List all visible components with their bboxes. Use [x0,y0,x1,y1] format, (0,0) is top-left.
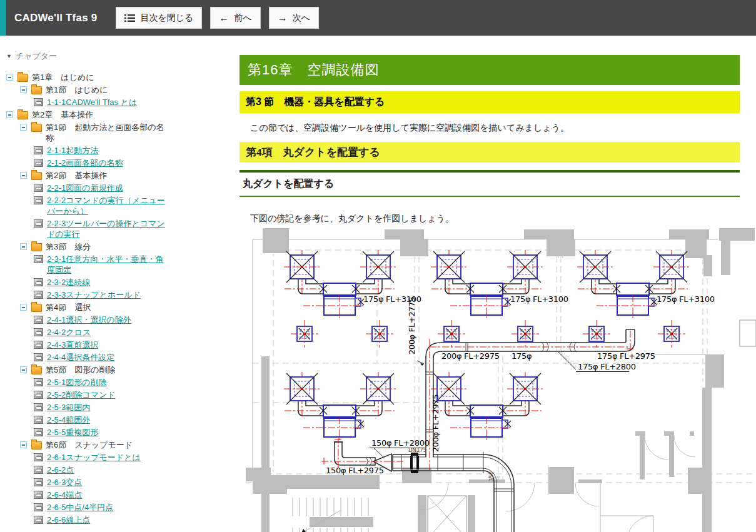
tree-page-item[interactable]: 2-1-2画面各部の名称 [6,158,166,168]
tree-link[interactable]: 2-6-1スナップモードとは [47,452,141,463]
tree-page-item[interactable]: 2-6-3交点 [6,477,166,488]
tree-folder-item[interactable]: 第1節 はじめに [6,84,166,95]
tree-page-item[interactable]: 2-3-1任意方向・水平・垂直・角度固定 [6,254,166,275]
tree-page-item[interactable]: 2-3-2連続線 [6,277,166,288]
page-icon [34,98,43,106]
page-icon [34,378,43,386]
collapse-toggle-icon[interactable] [6,74,13,81]
chapter-panel-label: チャプター [16,51,57,62]
tree-page-item[interactable]: 2-2-1図面の新規作成 [6,183,166,193]
tree-page-item[interactable]: 2-5-1図形の削除 [6,377,166,388]
collapse-toggle-icon[interactable] [20,366,27,373]
tree-link[interactable]: 2-5-3範囲内 [47,402,90,413]
tree-page-item[interactable]: 2-6-1スナップモードとは [6,452,166,463]
page-icon [34,353,43,361]
tree-page-item[interactable]: 2-3-3スナップとホールド [6,289,166,300]
tree-link[interactable]: 2-1-1起動方法 [47,145,98,156]
tree-page-item[interactable]: 2-4-1選択・選択の除外 [6,314,166,325]
cad-floorplan-svg: 175φ FL+3100175φ FL+3100175φ FL+3100200φ… [239,228,756,532]
tree-page-item[interactable]: 2-5-4範囲外 [6,414,166,425]
tree-page-item[interactable]: 2-6-6線上点 [6,514,166,525]
close-toc-label: 目次を閉じる [140,13,193,24]
page-icon [34,196,43,204]
tree-page-item[interactable]: 2-6-2点 [6,464,166,475]
page-icon [34,316,43,324]
tree-link[interactable]: 2-6-2点 [47,464,74,475]
duct-label: 175φ FL+3100 [657,294,715,304]
tree-page-item[interactable]: 2-4-4選択条件設定 [6,352,166,363]
intro-text: この節では、空調設備ツールを使用して実際に空調設備図を描いてみましょう。 [250,123,740,134]
tree-link[interactable]: 2-6-4端点 [47,489,82,500]
tree-link[interactable]: 1-1-1CADWe'll Tfas とは [47,97,137,108]
tree-folder-item[interactable]: 第1章 はじめに [6,72,166,83]
tree-folder-item[interactable]: 第2節 基本操作 [6,170,166,181]
tree-link[interactable]: 2-3-2連続線 [47,277,90,288]
tree-link[interactable]: 2-6-3交点 [47,477,82,488]
duct-label: 150φ FL+2975 [326,466,384,475]
arrow-left-icon: ← [219,13,229,23]
tree-page-item[interactable]: 2-6-4端点 [6,489,166,500]
collapse-toggle-icon[interactable] [6,111,13,118]
tree-folder-item[interactable]: 第6節 スナップモード [6,439,166,450]
tree-link[interactable]: 2-6-6線上点 [47,514,90,525]
duct-label: 200φ FL+2775 [407,297,416,355]
collapse-toggle-icon[interactable] [20,243,27,250]
folder-icon [31,124,42,132]
page-icon [34,403,43,411]
page-icon [34,491,43,499]
tree-page-item[interactable]: 2-4-3直前選択 [6,339,166,350]
tree-page-item[interactable]: 2-4-2クロス [6,327,166,338]
section-heading: 第3 節 機器・器具を配置する [239,91,740,113]
tree-link[interactable]: 2-2-3ツールバーの操作とコマンドの実行 [47,218,166,239]
prev-button[interactable]: ← 前へ [210,7,260,29]
folder-icon [31,86,42,94]
tree-link[interactable]: 2-6-5中点/4半円点 [47,502,113,513]
tree-folder-item[interactable]: 第5節 図形の削除 [6,364,166,375]
page-icon [34,219,43,228]
page-icon [34,328,43,336]
tree-link[interactable]: 2-2-2コマンドの実行（メニューバーから） [47,195,166,216]
collapse-toggle-icon[interactable] [20,304,27,311]
tree-page-item[interactable]: 2-2-3ツールバーの操作とコマンドの実行 [6,218,166,239]
tree-folder-item[interactable]: 第4節 選択 [6,302,166,313]
tree-page-item[interactable]: 1-1-1CADWe'll Tfas とは [6,97,166,108]
tree-page-item[interactable]: 2-5-2削除コマンド [6,389,166,400]
tree-link[interactable]: 2-5-1図形の削除 [47,377,107,388]
page-icon [34,341,43,349]
tree-link[interactable]: 2-5-2削除コマンド [47,389,116,400]
body-text: 下図の傍記を参考に、丸ダクトを作図しましょう。 [250,213,740,224]
tree-link[interactable]: 2-4-3直前選択 [47,339,98,350]
close-toc-button[interactable]: 目次を閉じる [116,7,202,29]
tree-link[interactable]: 2-4-4選択条件設定 [47,352,114,363]
tree-page-item[interactable]: 2-2-2コマンドの実行（メニューバーから） [6,195,166,216]
tree-folder-item[interactable]: 第2章 基本操作 [6,109,166,120]
collapse-toggle-icon[interactable] [20,172,27,179]
next-button[interactable]: → 次へ [269,7,319,29]
duct-label: 200φ FL+2975 [431,394,440,453]
tree-link[interactable]: 2-5-4範囲外 [47,414,90,425]
tree-link[interactable]: 2-5-5重複図形 [47,427,98,438]
tree-link[interactable]: 2-1-2画面各部の名称 [47,158,123,168]
duct-layout-drawing: 175φ FL+3100175φ FL+3100175φ FL+3100200φ… [239,228,756,532]
tree-page-item[interactable]: 2-1-1起動方法 [6,145,166,156]
top-toolbar: CADWe'll Tfas 9 目次を閉じる ← 前へ → 次へ [0,0,756,36]
collapse-toggle-icon[interactable] [20,86,27,93]
tree-page-item[interactable]: 2-6-5中点/4半円点 [6,502,166,513]
duct-label: 150φ FL+2800 [371,438,430,448]
prev-label: 前へ [234,13,251,24]
tree-link[interactable]: 2-2-1図面の新規作成 [47,183,123,193]
duct-label: 350 [488,471,495,481]
collapse-toggle-icon[interactable] [20,124,27,131]
collapse-toggle-icon[interactable] [20,441,27,448]
tree-page-item[interactable]: 2-5-3範囲内 [6,402,166,413]
tree-folder-item[interactable]: 第3節 線分 [6,241,166,252]
tree-link[interactable]: 2-4-2クロス [47,327,91,338]
chapter-panel-header[interactable]: ▼ チャプター [6,51,239,62]
page-icon [34,516,43,524]
tree-folder-item[interactable]: 第1節 起動方法と画面各部の名称 [6,122,166,143]
tree-link[interactable]: 2-4-1選択・選択の除外 [47,314,131,325]
tree-link[interactable]: 2-3-1任意方向・水平・垂直・角度固定 [47,254,166,275]
page-icon [34,184,43,192]
tree-page-item[interactable]: 2-5-5重複図形 [6,427,166,438]
tree-link[interactable]: 2-3-3スナップとホールド [47,289,141,300]
